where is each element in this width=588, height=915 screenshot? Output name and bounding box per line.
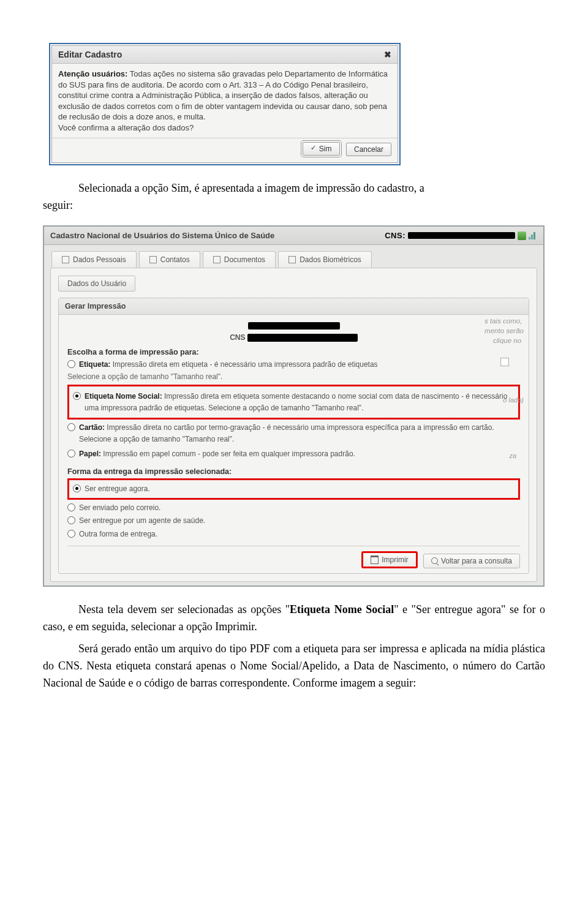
- cns-center-label: CNS: [230, 333, 245, 342]
- radio-icon: [73, 484, 81, 492]
- print-panel-footer: Imprimir Voltar para a consulta: [67, 546, 520, 568]
- opt-enviado-correio[interactable]: Ser enviado pelo correio.: [67, 502, 520, 514]
- opt-etiqueta[interactable]: Etiqueta: Impressão direta em etiqueta -…: [67, 359, 520, 371]
- opt-etiqueta-nome-social[interactable]: Etiqueta Nome Social: Impressão direta e…: [73, 391, 514, 413]
- opt-outra-entrega[interactable]: Outra forma de entrega.: [67, 529, 520, 540]
- cns-label: CNS:: [385, 231, 405, 240]
- panel-title: Cadastro Nacional de Usuários do Sistema…: [50, 231, 274, 240]
- opt-agente-saude[interactable]: Ser entregue por um agente de saúde.: [67, 515, 520, 527]
- doc-paragraph-1: Selecionada a opção Sim, é apresentada a…: [43, 180, 545, 214]
- document-icon: [213, 256, 221, 263]
- check-icon: [311, 146, 317, 152]
- person-icon: [62, 256, 69, 263]
- dialog-body: Atenção usuários: Todas ações no sistema…: [52, 64, 398, 138]
- name-redacted: [248, 322, 340, 329]
- close-icon[interactable]: ✖: [384, 50, 391, 59]
- dialog-editar-cadastro: Editar Cadastro ✖ Atenção usuários: Toda…: [49, 43, 401, 165]
- cns-center-redacted: [247, 334, 358, 342]
- center-redacted-row: CNS: [67, 322, 520, 342]
- heading-forma-entrega: Forma da entrega da impressão selecionad…: [67, 467, 520, 476]
- tab-pane: Dados do Usuário Gerar Impressão s tais …: [50, 268, 537, 582]
- radio-icon: [67, 423, 75, 431]
- search-icon: [431, 557, 438, 564]
- printer-icon: [371, 555, 379, 564]
- side-hint-lado: o lado): [503, 396, 524, 404]
- doc-paragraph-3: Será gerado então um arquivo do tipo PDF…: [43, 641, 545, 692]
- dialog-footer: Sim Cancelar: [52, 138, 398, 162]
- gerar-impressao-panel: Gerar Impressão s tais como, mento serão…: [58, 298, 529, 574]
- dialog-confirm-text: Você confirma a alteração dos dados?: [58, 123, 194, 132]
- tab-contatos[interactable]: Contatos: [139, 251, 200, 268]
- tab-documentos[interactable]: Documentos: [203, 251, 276, 268]
- gerar-impressao-title: Gerar Impressão: [59, 298, 529, 315]
- side-hint-za: za: [509, 452, 516, 459]
- signal-icon: [529, 232, 537, 239]
- radio-icon: [67, 516, 75, 524]
- opt-cartao[interactable]: Cartão: Impressão direta no cartão por t…: [67, 422, 520, 445]
- cns-redacted: [408, 232, 515, 239]
- dialog-titlebar: Editar Cadastro ✖: [52, 46, 398, 64]
- dialog-title-text: Editar Cadastro: [58, 50, 122, 59]
- bg-hint-text: s tais como, mento serão clique no: [484, 316, 524, 345]
- imprimir-button[interactable]: Imprimir: [361, 551, 417, 568]
- voltar-consulta-button[interactable]: Voltar para a consulta: [423, 554, 520, 568]
- dados-do-usuario-button[interactable]: Dados do Usuário: [58, 276, 135, 292]
- panel-header: Cadastro Nacional de Usuários do Sistema…: [44, 227, 543, 245]
- doc-paragraph-2: Nesta tela devem ser selecionadas as opç…: [43, 601, 545, 636]
- opt-papel[interactable]: Papel: Impressão em papel comum - pode s…: [67, 448, 520, 460]
- etiqueta-note: Selecione a opção de tamanho "Tamanho re…: [67, 372, 520, 381]
- heading-forma-impressao: Escolha a forma de impressão para:: [67, 348, 520, 356]
- status-icon: [518, 232, 526, 240]
- radio-icon: [67, 530, 75, 538]
- radio-icon: [67, 503, 75, 511]
- radio-icon: [73, 392, 81, 400]
- tab-dados-pessoais[interactable]: Dados Pessoais: [51, 251, 137, 268]
- tab-dados-biometricos[interactable]: Dados Biométricos: [278, 251, 372, 268]
- sim-button[interactable]: Sim: [303, 142, 340, 156]
- home-icon: [149, 256, 157, 263]
- opt-entregue-agora[interactable]: Ser entregue agora.: [73, 483, 514, 495]
- cancelar-button[interactable]: Cancelar: [346, 143, 391, 156]
- opt-etiqueta-nome-social-highlight: Etiqueta Nome Social: Impressão direta e…: [67, 385, 520, 420]
- opt-entregue-agora-highlight: Ser entregue agora.: [67, 478, 520, 500]
- tabs-row: Dados Pessoais Contatos Documentos Dados…: [44, 245, 543, 268]
- radio-icon: [67, 360, 75, 368]
- grid-icon: [288, 256, 296, 263]
- checkbox-placeholder: [500, 358, 509, 366]
- radio-icon: [67, 450, 75, 457]
- cadastro-panel: Cadastro Nacional de Usuários do Sistema…: [43, 225, 545, 587]
- dialog-body-strong: Atenção usuários:: [58, 69, 127, 78]
